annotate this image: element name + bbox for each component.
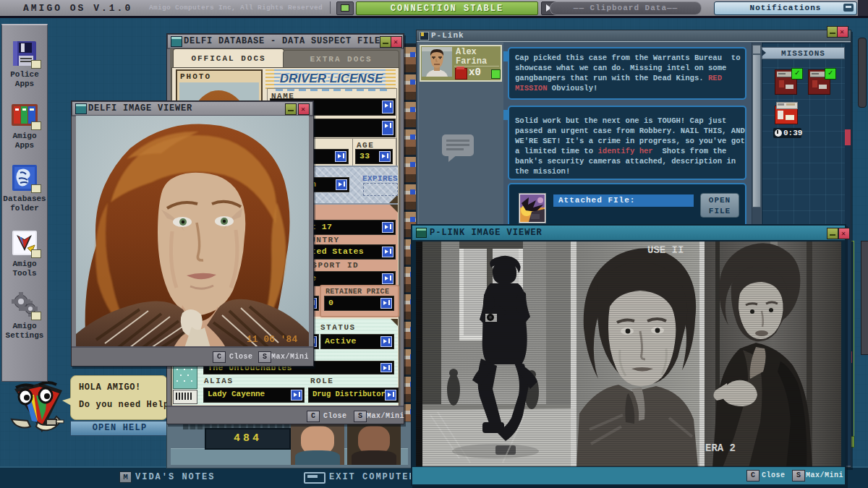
svg-text:11 06 '84: 11 06 '84 <box>247 334 297 345</box>
